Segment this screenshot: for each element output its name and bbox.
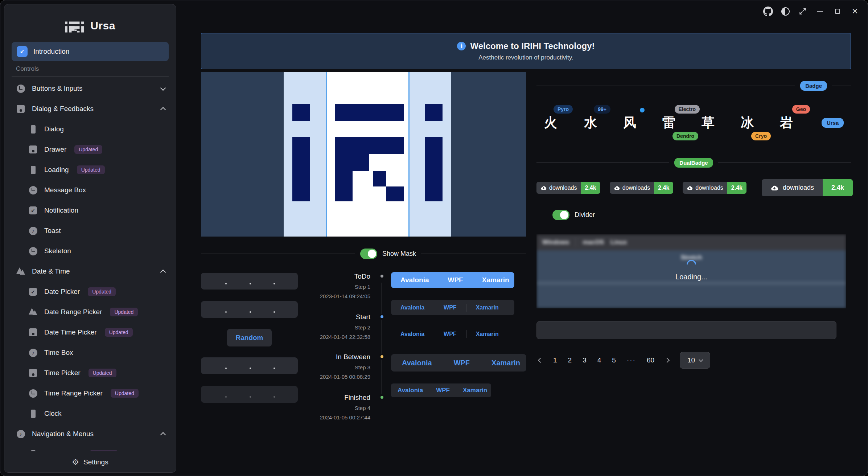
arrow-square-icon: ↙ — [17, 46, 28, 57]
page-4[interactable]: 4 — [597, 356, 601, 364]
xamarin-button[interactable]: Xamarin — [481, 359, 531, 367]
downloads-badge: downloads 2.4k — [683, 182, 746, 194]
avalonia-button[interactable]: Avalonia — [391, 304, 434, 311]
random-button[interactable]: Random — [227, 329, 272, 346]
wpf-button[interactable]: WPF — [434, 331, 466, 337]
sidebar-group-navigation-menus[interactable]: Navigation & Menus — [4, 424, 176, 444]
settings-button[interactable]: ⚙ Settings — [4, 452, 176, 472]
downloads-value: 2.4k — [654, 182, 673, 194]
close-icon: × — [852, 6, 858, 16]
chevron-down-icon — [699, 357, 703, 362]
ipv4-input[interactable] — [201, 301, 298, 318]
avalonia-button[interactable]: Avalonia — [391, 359, 443, 367]
show-mask-toggle[interactable] — [360, 249, 377, 259]
sidebar-item-clock[interactable]: Clock — [4, 403, 176, 424]
page-3[interactable]: 3 — [583, 356, 587, 364]
sidebar-item-loading[interactable]: Loading Updated — [4, 160, 176, 180]
button-group-small: AvaloniaWPFXamarin — [391, 383, 491, 397]
app-window: Ursa ↙ Introduction Controls Buttons & I… — [0, 0, 868, 476]
maximize-button[interactable] — [830, 4, 845, 19]
dot-separator — [250, 283, 251, 284]
xamarin-button[interactable]: Xamarin — [466, 304, 508, 311]
sidebar-group-buttons-inputs[interactable]: Buttons & Inputs — [4, 78, 176, 99]
downloads-value: 2.4k — [823, 179, 853, 196]
page-5[interactable]: 5 — [612, 356, 616, 364]
dot-separator — [225, 283, 227, 284]
sidebar-item-message-box[interactable]: Message Box — [4, 180, 176, 200]
next-page-icon[interactable] — [665, 358, 670, 363]
avalonia-button[interactable]: Avalonia — [391, 331, 434, 337]
sidebar-section-divider — [12, 76, 169, 77]
dot-separator — [250, 311, 251, 313]
timeline-step: Step 2 — [301, 324, 370, 331]
github-button[interactable] — [760, 4, 776, 19]
dot-separator — [273, 311, 275, 313]
music-note-icon — [15, 428, 26, 439]
page-size-select[interactable]: 10 — [680, 352, 710, 369]
ipv4-input[interactable] — [201, 273, 298, 290]
sidebar-group-date-time[interactable]: Date & Time — [4, 261, 176, 282]
avalonia-button[interactable]: Avalonia — [391, 387, 429, 394]
sidebar-item-date-time-picker[interactable]: Date Time Picker Updated — [4, 322, 176, 342]
updated-badge: Updated — [105, 328, 133, 337]
divider-line — [201, 254, 355, 254]
arrow-square-icon — [28, 205, 38, 216]
group-label: Date & Time — [32, 267, 70, 275]
spinner-icon — [685, 258, 698, 271]
xamarin-button[interactable]: Xamarin — [466, 331, 508, 337]
clock-icon — [28, 246, 38, 257]
tab-macos[interactable]: macOS — [583, 239, 604, 246]
ipv4-input[interactable] — [201, 357, 298, 374]
updated-badge: Updated — [89, 369, 116, 377]
item-label: Loading — [44, 166, 69, 174]
cloud-download-icon — [770, 185, 778, 191]
page-2[interactable]: 2 — [568, 356, 572, 364]
sidebar-item-dialog[interactable]: Dialog — [4, 119, 176, 139]
trees-icon — [15, 266, 26, 277]
wpf-button[interactable]: WPF — [443, 359, 481, 367]
badge-dot — [640, 108, 645, 112]
sidebar-item-skeleton[interactable]: Skeleton — [4, 241, 176, 261]
downloads-label: downloads — [783, 184, 814, 192]
tab-linux[interactable]: Linux — [610, 239, 627, 246]
previous-page-icon[interactable] — [538, 358, 543, 363]
battery-icon — [28, 164, 38, 175]
divider-toggle[interactable] — [552, 210, 569, 220]
wpf-button[interactable]: WPF — [434, 304, 466, 311]
sidebar-item-toast[interactable]: Toast — [4, 221, 176, 241]
element-tile-electro: 雷 Electro Dendro — [655, 109, 682, 136]
badge-dendro: Dendro — [672, 132, 698, 140]
close-button[interactable]: × — [847, 4, 863, 19]
sidebar-group-dialog-feedbacks[interactable]: Dialog & Feedbacks — [4, 99, 176, 119]
timeline-entry: Finished Step 4 2024-01-05 00:27:44 — [301, 394, 370, 420]
timeline-entry: In Between Step 3 2024-01-05 00:08:29 — [301, 353, 370, 380]
sidebar-item-date-range-picker[interactable]: Date Range Picker Updated — [4, 302, 176, 322]
sidebar-item-time-range-picker[interactable]: Time Range Picker Updated — [4, 383, 176, 403]
sidebar-item-introduction[interactable]: ↙ Introduction — [12, 42, 169, 61]
sidebar-item-time-box[interactable]: Time Box — [4, 342, 176, 363]
button-group-borderless: AvaloniaWPFXamarin — [391, 327, 514, 341]
text-input-empty[interactable] — [536, 321, 836, 339]
sidebar-item-notification[interactable]: Notification — [4, 200, 176, 221]
wpf-button[interactable]: WPF — [439, 276, 473, 284]
timeline-title: ToDo — [301, 272, 370, 280]
timeline-dot — [379, 354, 385, 360]
element-tile-cryo: 冰 Cryo — [734, 109, 761, 136]
sidebar-item-drawer[interactable]: Drawer Updated — [4, 139, 176, 160]
sidebar-item-time-picker[interactable]: Time Picker Updated — [4, 363, 176, 383]
timeline-time: 2024-01-05 00:27:44 — [301, 414, 370, 420]
minimize-button[interactable] — [813, 4, 828, 19]
badge-section-pill: Badge — [800, 81, 827, 91]
theme-toggle-button[interactable] — [778, 4, 793, 19]
sidebar-item-date-picker[interactable]: Date Picker Updated — [4, 282, 176, 302]
xamarin-button[interactable]: Xamarin — [473, 276, 519, 284]
avalonia-button[interactable]: Avalonia — [391, 276, 439, 284]
item-label: Date Time Picker — [44, 328, 97, 336]
page-1[interactable]: 1 — [553, 356, 557, 364]
fullscreen-button[interactable] — [795, 4, 810, 19]
page-last[interactable]: 60 — [647, 356, 654, 364]
wpf-button[interactable]: WPF — [429, 387, 456, 394]
xamarin-button[interactable]: Xamarin — [456, 387, 494, 394]
tab-windows[interactable]: Windows — [542, 239, 569, 246]
sidebar-item-breadcrumb[interactable]: Breadcrumb Updated — [4, 444, 176, 451]
